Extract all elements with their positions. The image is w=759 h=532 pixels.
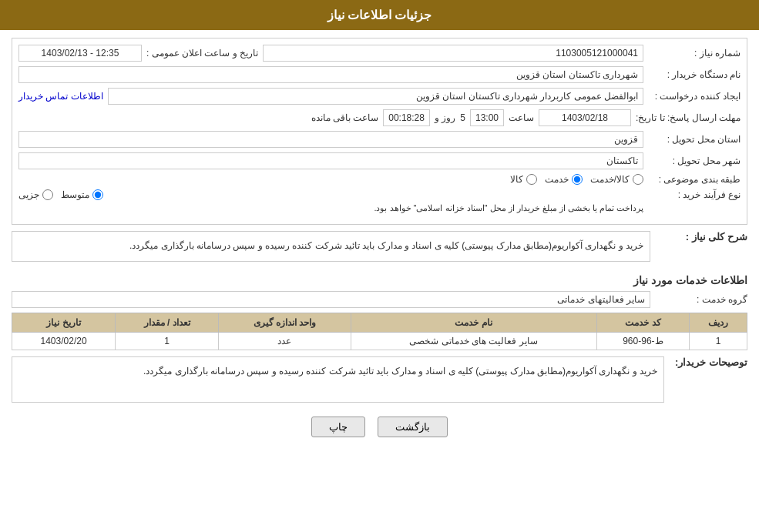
- category-label: طبقه بندی موضوعی :: [648, 174, 741, 185]
- purchase-type-note: پرداخت تمام یا بخشی از مبلغ خریدار از مح…: [18, 203, 643, 213]
- footer-buttons: بازگشت چاپ: [12, 407, 747, 447]
- service-group-label: گروه خدمت :: [655, 294, 747, 305]
- back-button[interactable]: بازگشت: [378, 417, 448, 437]
- buyer-org-label: نام دستگاه خریدار :: [648, 69, 741, 80]
- category-kala-label: کالا: [510, 174, 523, 185]
- col-row: ردیف: [690, 313, 747, 332]
- category-radio-kala[interactable]: [526, 174, 537, 185]
- purchase-radio-jozi[interactable]: [42, 189, 53, 200]
- need-number-value: 1103005121000041: [263, 45, 643, 62]
- purchase-jozi-label: جزیی: [18, 189, 39, 200]
- delivery-province-label: استان محل تحویل :: [648, 134, 741, 145]
- col-date: تاریخ نیاز: [12, 313, 116, 332]
- category-radio-kala-khedmat[interactable]: [633, 174, 643, 185]
- services-title: اطلاعات خدمات مورد نیاز: [12, 274, 747, 286]
- purchase-type-label: نوع فرآیند خرید :: [648, 189, 741, 200]
- col-qty: تعداد / مقدار: [116, 313, 219, 332]
- purchase-type-radio-group: جزیی متوسط: [18, 189, 643, 200]
- purchase-jozi: جزیی: [18, 189, 53, 200]
- service-group-row: گروه خدمت : سایر فعالیتهای خدماتی: [12, 291, 747, 308]
- delivery-city-row: شهر محل تحویل : تاکستان: [18, 152, 741, 169]
- buyer-org-value: شهرداری تاکستان استان قزوین: [18, 66, 643, 83]
- category-option-kala-khedmat: کالا/خدمت: [590, 174, 643, 185]
- category-kala-khedmat-label: کالا/خدمت: [590, 174, 630, 185]
- response-days-label: روز و: [435, 112, 455, 123]
- creator-label: ایجاد کننده درخواست :: [648, 91, 741, 102]
- main-info-section: شماره نیاز : 1103005121000041 تاریخ و سا…: [12, 38, 747, 225]
- response-deadline-row: مهلت ارسال پاسخ: تا تاریخ: 1403/02/18 سا…: [18, 109, 741, 126]
- col-name: نام خدمت: [351, 313, 596, 332]
- cell-date: 1403/02/20: [12, 332, 116, 350]
- table-row: 1ط-96-960سایر فعالیت های خدماتی شخصیعدد1…: [12, 332, 747, 350]
- announce-label: تاریخ و ساعت اعلان عمومی :: [146, 48, 258, 59]
- delivery-city-value: تاکستان: [18, 152, 643, 169]
- description-title: شرح کلی نیاز :: [655, 231, 747, 243]
- delivery-province-row: استان محل تحویل : قزوین: [18, 131, 741, 148]
- announce-value: 1403/02/13 - 12:35: [18, 45, 142, 62]
- description-row: شرح کلی نیاز : خرید و نگهداری آکواریوم(م…: [12, 231, 747, 268]
- creator-row: ایجاد کننده درخواست : ابوالفضل عمومی کار…: [18, 88, 741, 105]
- response-time-value: 13:00: [470, 109, 504, 126]
- service-group-value: سایر فعالیتهای خدماتی: [12, 291, 650, 308]
- creator-value: ابوالفضل عمومی کاربردار شهرداری تاکستان …: [108, 88, 643, 105]
- response-remaining-label: ساعت باقی مانده: [311, 112, 379, 123]
- services-table: ردیف کد خدمت نام خدمت واحد اندازه گیری ت…: [12, 313, 747, 350]
- cell-quantity: 1: [116, 332, 219, 350]
- cell-code: ط-96-960: [596, 332, 690, 350]
- print-button[interactable]: چاپ: [311, 417, 365, 437]
- purchase-type-row: نوع فرآیند خرید : جزیی متوسط پرداخت تمام…: [18, 189, 741, 213]
- category-option-kala: کالا: [510, 174, 537, 185]
- need-number-label: شماره نیاز :: [648, 48, 741, 59]
- purchase-motavasset-label: متوسط: [61, 189, 89, 200]
- response-days-value: 5: [460, 112, 465, 123]
- col-code: کد خدمت: [596, 313, 690, 332]
- col-unit: واحد اندازه گیری: [219, 313, 351, 332]
- description-box: خرید و نگهداری آکواریوم(مطابق مدارک پیوس…: [12, 231, 650, 262]
- contact-link[interactable]: اطلاعات تماس خریدار: [18, 91, 103, 102]
- category-khedmat-label: خدمت: [545, 174, 569, 185]
- cell-row: 1: [690, 332, 747, 350]
- category-option-khedmat: خدمت: [545, 174, 583, 185]
- buyer-desc-label: توصیحات خریدار:: [670, 356, 747, 368]
- response-deadline-label: مهلت ارسال پاسخ: تا تاریخ:: [636, 112, 741, 123]
- page-title: جزئیات اطلاعات نیاز: [0, 0, 759, 30]
- category-row: طبقه بندی موضوعی : کالا خدمت کالا/خدمت: [18, 174, 741, 185]
- buyer-desc-row: توصیحات خریدار: خرید و نگهداری آکواریوم(…: [12, 356, 747, 403]
- response-remaining-value: 00:18:28: [383, 109, 430, 126]
- cell-name: سایر فعالیت های خدماتی شخصی: [351, 332, 596, 350]
- cell-unit: عدد: [219, 332, 351, 350]
- category-radio-khedmat[interactable]: [572, 174, 583, 185]
- delivery-province-value: قزوین: [18, 131, 643, 148]
- buyer-desc-box: خرید و نگهداری آکواریوم(مطابق مدارک پیوس…: [12, 356, 664, 403]
- purchase-radio-motavasset[interactable]: [92, 189, 103, 200]
- category-radio-group: کالا خدمت کالا/خدمت: [510, 174, 643, 185]
- response-time-label: ساعت: [509, 112, 534, 123]
- buyer-org-row: نام دستگاه خریدار : شهرداری تاکستان استا…: [18, 66, 741, 83]
- need-number-row: شماره نیاز : 1103005121000041 تاریخ و سا…: [18, 45, 741, 62]
- response-date-value: 1403/02/18: [539, 109, 631, 126]
- purchase-motavasset: متوسط: [61, 189, 103, 200]
- delivery-city-label: شهر محل تحویل :: [648, 156, 741, 166]
